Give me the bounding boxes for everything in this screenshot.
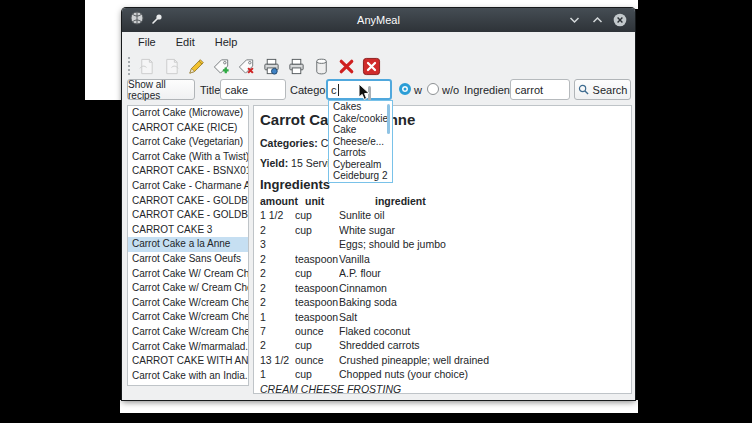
recipe-list-item[interactable]: CARROT CAKE (RICE) [128,121,248,136]
ingredients-header-row: amountunitingredient [260,194,620,208]
dropdown-scrollbar[interactable] [387,104,390,134]
background-margin [120,400,638,413]
recipe-list-item[interactable]: Carrot Cake (With a Twist) [128,150,248,165]
recipe-list-item[interactable]: Carrot Cake (Vegetarian) [128,135,248,150]
recipe-list-item[interactable]: Carrot Cake W/cream Che... [128,325,248,340]
app-icon [130,11,144,29]
remove-tag-icon[interactable] [234,54,259,78]
titlebar[interactable]: AnyMeal [122,8,635,32]
title-label: Title [200,79,220,100]
category-option[interactable]: Cake [329,124,392,136]
menubar: FileEditHelp [122,32,635,52]
show-all-recipes-button[interactable]: Show all recipes [127,79,195,100]
without-radio-label: w/o [442,79,459,100]
category-option[interactable]: Cheese/e... [329,136,392,148]
menu-file[interactable]: File [128,34,166,50]
recipe-list-item[interactable]: CARROT CAKE 3 [128,223,248,238]
ingredients-heading: Ingredients [260,177,330,192]
pin-icon[interactable] [151,11,163,29]
toolbar-handle[interactable] [128,57,130,75]
search-button[interactable]: Search [574,79,631,100]
search-icon [578,84,589,95]
recipe-list-item[interactable]: Carrot Cake Sans Oeufs [128,252,248,267]
recipe-list-item[interactable]: Carrot Cake - Charmane A... [128,179,248,194]
recipe-list-item[interactable]: Carrot Cake (Microwave) [128,106,248,121]
maximize-icon[interactable] [590,13,604,27]
title-input[interactable]: cake [220,79,286,100]
export-file-icon[interactable] [159,54,184,78]
recipe-view: Carrot Cake a la Anne Categories: Cake Y… [253,105,632,394]
recipe-list-item[interactable]: Carrot Cake W/cream Che... [128,296,248,311]
add-tag-icon[interactable] [209,54,234,78]
ingredient-section-header: CREAM CHEESE FROSTING [260,382,620,394]
recipe-list-item[interactable]: CARROT CAKE - BSNX01A [128,164,248,179]
menu-edit[interactable]: Edit [166,34,205,50]
ingredient-row: 2cupA.P. flour [260,266,620,280]
ingredient-row: 2teaspoonBaking soda [260,295,620,309]
category-option[interactable]: Ceideburg 2 [329,170,392,182]
ingredient-row: 13 1/2ounceCrushed pineapple; well drain… [260,353,620,367]
ingredient-row: 2cupWhite sugar [260,223,620,237]
ingredient-input[interactable]: carrot [510,79,570,100]
ingredient-label: Ingredient [464,79,513,100]
recipe-list-item[interactable]: CARROT CAKE - GOLDBECK [128,208,248,223]
print-icon[interactable] [284,54,309,78]
import-file-icon[interactable] [134,54,159,78]
window-title: AnyMeal [122,14,635,26]
toolbar [122,52,635,80]
recipe-list-item[interactable]: Carrot Cake a la Anne [128,237,248,252]
ingredient-row: 7ounceFlaked coconut [260,324,620,338]
ingredient-row: 2teaspoonVanilla [260,252,620,266]
mouse-cursor [358,83,372,105]
quit-icon[interactable] [359,54,384,78]
recipe-list-item[interactable]: CARROT CAKE - GOLDBECK [128,194,248,209]
recipe-list-item[interactable]: Carrot Cake w/ Cream Che... [128,281,248,296]
anymeal-window: AnyMeal [122,8,635,400]
ingredients-table: amountunitingredient1 1/2cupSunlite oil2… [260,194,620,394]
ingredient-row: 1cupChopped nuts (your choice) [260,367,620,381]
database-icon[interactable] [309,54,334,78]
desktop-background: AnyMeal [0,0,752,423]
text-caret [338,84,339,96]
category-option[interactable]: Carrots [329,147,392,159]
with-radio[interactable] [399,83,411,95]
menu-help[interactable]: Help [205,34,248,50]
category-option[interactable]: Cake/cookie [329,113,392,125]
recipe-list-item[interactable]: Carrot Cake with an India... [128,369,248,384]
background-margin [85,0,123,100]
edit-recipe-icon[interactable] [184,54,209,78]
with-radio-label: w [414,79,422,100]
recipe-list-item[interactable]: CARROT CAKE WITH AN I... [128,354,248,369]
ingredient-row: 2teaspoonCinnamon [260,281,620,295]
ingredient-row: 1 1/2cupSunlite oil [260,208,620,222]
recipe-list-item[interactable]: Carrot Cake W/marmalad... [128,340,248,355]
category-option[interactable]: Cyberealm [329,159,392,171]
recipe-list: Carrot Cake (Microwave)CARROT CAKE (RICE… [127,105,249,386]
ingredient-row: 2cupShredded carrots [260,338,620,352]
ingredient-row: 3Eggs; should be jumbo [260,237,620,251]
print-preview-icon[interactable] [259,54,284,78]
category-dropdown: CakesCake/cookieCakeCheese/e...CarrotsCy… [328,100,393,183]
recipe-list-item[interactable]: Carrot Cake W/ Cream Ch... [128,267,248,282]
recipe-list-item[interactable]: Carrot Cake W/cream Che... [128,310,248,325]
without-radio[interactable] [427,83,439,95]
delete-recipe-icon[interactable] [334,54,359,78]
close-icon[interactable] [613,13,627,27]
ingredient-row: 1teaspoonSalt [260,310,620,324]
minimize-icon[interactable] [567,13,581,27]
